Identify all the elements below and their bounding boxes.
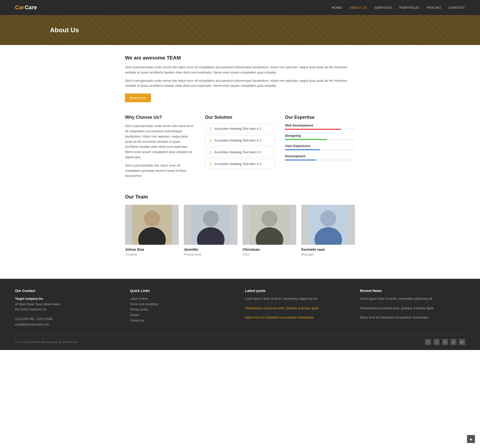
- footer-quicklinks-heading: Quick Links: [130, 289, 235, 293]
- nav-portfolio[interactable]: PORTFOLIO: [400, 6, 419, 10]
- member-role-1: Creative: [125, 252, 179, 256]
- social-google[interactable]: g+: [459, 339, 465, 345]
- team-photo-3: [242, 205, 296, 245]
- member-role-4: Manager: [301, 252, 355, 256]
- about-para1: Sed ut perspiciaatis unde omnis iste nat…: [125, 65, 355, 75]
- member-name-4: Kerinele rase: [301, 247, 355, 252]
- skill-web-dev: Web Development: [285, 124, 355, 130]
- expertise-col: Our Expertise Web Development Designing …: [285, 115, 355, 182]
- nav-pricing[interactable]: PRICING: [427, 6, 441, 10]
- team-member-3: Christean CEO: [242, 205, 296, 256]
- footer-link-events[interactable]: Latest Events: [130, 296, 235, 302]
- member-name-1: Johne Doe: [125, 247, 179, 252]
- nav-links: HOME ABOUT US SERVICES PORTFOLIO PRICING…: [332, 6, 465, 10]
- footer-post-3[interactable]: Natus error sit voluptatem accusantium d…: [245, 315, 350, 320]
- footer-news-3: Natus error sit voluptatem accusantium d…: [360, 315, 465, 320]
- social-facebook[interactable]: f: [425, 339, 431, 345]
- team-photo-4: [301, 205, 355, 245]
- three-columns: Why Choose Us? Sed ut perspiciaatis unde…: [125, 115, 355, 182]
- footer-news-2: Pellentesque et pulvinar enim. Quisque a…: [360, 306, 465, 311]
- social-twitter[interactable]: t: [434, 339, 440, 345]
- skill-label-design: Designing: [285, 134, 355, 138]
- about-heading: We are awesome TEAM: [125, 55, 355, 61]
- skill-bar-ux: [285, 149, 320, 150]
- about-para2: Sed ut perspiciaatis unde omnis iste nat…: [125, 78, 355, 89]
- accordion-arrow-1: ❯: [209, 127, 212, 130]
- team-heading: Our Team: [125, 194, 355, 200]
- footer-link-terms[interactable]: Terms and conditions: [130, 302, 235, 307]
- why-para2: Sed ut perspiciaatis iste natus error si…: [125, 163, 195, 178]
- footer-news-1: Lorem ipsum dolor sit amet, consectetur …: [360, 296, 465, 302]
- skill-label-dev: Development: [285, 154, 355, 158]
- footer-post-1: Lorem ipsum dolor sit amet, consectetur …: [245, 296, 350, 302]
- nav-about[interactable]: ABOUT US: [350, 6, 367, 10]
- logo[interactable]: Car Care: [15, 4, 37, 11]
- skill-bar-dev: [285, 160, 316, 160]
- nav-contact[interactable]: CONTACT: [449, 6, 465, 10]
- accordion-item-1[interactable]: ❯ Accordion Heading Text Item # 1: [205, 124, 275, 134]
- skill-ux: User Experience: [285, 144, 355, 150]
- skill-bar-web: [285, 129, 341, 130]
- accordion-item-4[interactable]: ❯ Accordion Heading Text Item # 4: [205, 159, 275, 169]
- footer-link-contact[interactable]: Contact us: [130, 318, 235, 324]
- footer-link-career[interactable]: Career: [130, 312, 235, 318]
- member-name-3: Christean: [242, 247, 296, 252]
- why-choose-col: Why Choose Us? Sed ut perspiciaatis unde…: [125, 115, 195, 182]
- footer-contact-col: Our Contact Target company Inc JC Main R…: [15, 289, 120, 327]
- accordion-list: ❯ Accordion Heading Text Item # 1 ❯ Acco…: [205, 124, 275, 169]
- navbar: Car Care HOME ABOUT US SERVICES PORTFOLI…: [0, 0, 480, 15]
- accordion-label-2: Accordion Heading Text Item # 2: [214, 138, 261, 142]
- team-section: Our Team Johne Doe Creative: [125, 194, 355, 256]
- skill-bar-bg-ux: [285, 149, 355, 150]
- footer: Our Contact Target company Inc JC Main R…: [0, 279, 480, 350]
- accordion-item-3[interactable]: ❯ Accordion Heading Text Item # 3: [205, 147, 275, 157]
- svg-point-10: [320, 210, 336, 226]
- team-avatar-1: [132, 205, 172, 245]
- footer-copyright: © Car Care 2015 All right reserved. By W…: [15, 340, 78, 344]
- svg-point-7: [262, 210, 278, 226]
- footer-company: Target company Inc: [15, 296, 120, 302]
- footer-link-privacy[interactable]: Privacy policy: [130, 307, 235, 312]
- team-grid: Johne Doe Creative Jennifer Programmer: [125, 205, 355, 256]
- page-title: About Us: [50, 26, 79, 34]
- skill-label-web: Web Development: [285, 124, 355, 127]
- skill-bar-bg-dev: [285, 160, 355, 160]
- footer-top: Our Contact Target company Inc JC Main R…: [15, 289, 465, 327]
- team-avatar-4: [308, 205, 348, 245]
- team-member-4: Kerinele rase Manager: [301, 205, 355, 256]
- team-photo-1: [125, 205, 179, 245]
- accordion-label-3: Accordion Heading Text Item # 3: [214, 150, 261, 154]
- about-section: We are awesome TEAM Sed ut perspiciaatis…: [125, 55, 355, 102]
- team-avatar-2: [191, 205, 231, 245]
- accordion-label-1: Accordion Heading Text Item # 1: [214, 127, 261, 130]
- accordion-arrow-2: ❯: [209, 139, 212, 142]
- why-heading: Why Choose Us?: [125, 115, 195, 120]
- skill-bar-design: [285, 139, 327, 140]
- social-icons: f t in p g+: [425, 339, 465, 345]
- footer-latest-heading: Latest posts: [245, 289, 350, 293]
- footer-phone: (123) 456-789 - 1255-12584: [15, 316, 120, 322]
- social-pinterest[interactable]: p: [450, 339, 456, 345]
- footer-contact-heading: Our Contact: [15, 289, 120, 293]
- social-linkedin[interactable]: in: [442, 339, 448, 345]
- skill-bar-bg-web: [285, 129, 355, 130]
- footer-email: email@domainname.com: [15, 322, 120, 328]
- footer-quicklinks-col: Quick Links Latest Events Terms and cond…: [130, 289, 235, 327]
- skill-bar-bg-design: [285, 139, 355, 140]
- expertise-heading: Our Expertise: [285, 115, 355, 120]
- member-role-3: CEO: [242, 252, 296, 256]
- member-role-2: Programmer: [184, 252, 238, 256]
- team-photo-2: [184, 205, 238, 245]
- accordion-item-2[interactable]: ❯ Accordion Heading Text Item # 2: [205, 135, 275, 146]
- footer-latest-col: Latest posts Lorem ipsum dolor sit amet,…: [245, 289, 350, 327]
- read-more-button[interactable]: Read more: [125, 94, 151, 102]
- footer-post-2[interactable]: Pellentesque et pulvinar enim. Quisque a…: [245, 306, 350, 311]
- skill-designing: Designing: [285, 134, 355, 140]
- solution-heading: Our Solution: [205, 115, 275, 120]
- footer-news-heading: Recent News: [360, 289, 465, 293]
- nav-home[interactable]: HOME: [332, 6, 342, 10]
- nav-services[interactable]: SERVICES: [374, 6, 392, 10]
- logo-care: Care: [25, 4, 37, 11]
- skill-dev: Development: [285, 154, 355, 160]
- footer-news-col: Recent News Lorem ipsum dolor sit amet, …: [360, 289, 465, 327]
